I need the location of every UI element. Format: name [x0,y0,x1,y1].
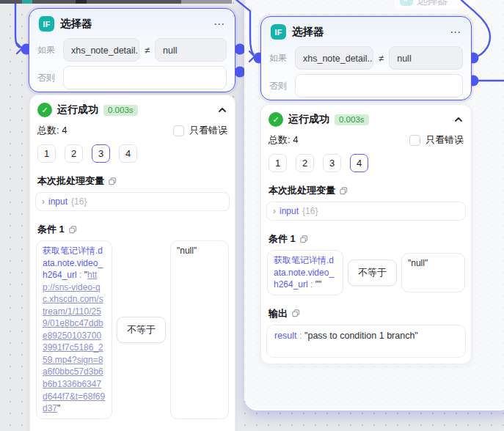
run-status: 运行成功 [57,103,98,117]
errors-only-label: 只看错误 [426,133,464,147]
edge-arrowhead-icon [17,43,22,54]
condition-title: 条件 1 [37,223,227,236]
result-value: "pass to condition 1 branch" [304,331,418,341]
errors-only-label: 只看错误 [189,124,227,137]
condition-title-text: 条件 1 [37,223,65,236]
node-title: 选择器 [292,25,444,39]
condition-operand-field[interactable]: xhs_note_detail... [63,38,139,62]
errors-only-checkbox[interactable] [173,125,184,136]
page-button-2[interactable]: 2 [65,144,83,163]
top-window-strip [0,0,232,4]
duration-badge: 0.003s [335,114,369,125]
output-title: 输出 [269,307,464,320]
copy-icon[interactable] [69,226,77,234]
not-equal-operator-button: 不等于 [348,259,397,286]
var-name: input [280,206,299,216]
var-name: input [48,196,67,207]
if-condition-row: 如果 xhs_note_detail... ≠ null [29,36,235,64]
var-count: {16} [71,196,87,207]
condition-separator: : [308,279,315,290]
errors-only-checkbox[interactable] [409,135,420,146]
else-row: 否则 [29,64,235,92]
result-key: result [274,331,297,341]
edge-into-left-node[interactable] [15,0,20,48]
page-button-2[interactable]: 2 [296,154,314,172]
run-header: ✓ 运行成功 0.003s [37,103,227,117]
strip-light-segment [181,0,232,4]
condition-url-link[interactable]: http://sns-video-qc.xhscdn.com/stream/1/… [43,270,105,413]
if-label: 如果 [37,44,58,56]
success-check-icon: ✓ [269,112,283,127]
quote: " [57,403,60,413]
copy-icon[interactable] [292,309,300,317]
not-equal-icon: ≠ [379,53,384,64]
condition-left-box: 获取笔记详情.data.note.video_h264_url : "" [267,250,343,295]
run-meta-row: 总数: 4 只看错误 [269,133,464,147]
else-label: 否则 [269,80,290,92]
condition-value: "" [315,279,322,290]
condition-left-box: 获取笔记详情.data.note.video_h264_url : "http:… [36,240,112,419]
expand-chevron-icon[interactable]: › [273,206,276,216]
page-button-3-active[interactable]: 3 [92,144,110,163]
not-equal-icon: ≠ [145,45,150,56]
expand-chevron-icon[interactable]: › [42,196,45,207]
else-value-field[interactable] [63,66,227,89]
output-title-text: 输出 [269,307,288,320]
else-label: 否则 [37,72,58,84]
if-label: 如果 [269,52,290,65]
if-node-left[interactable]: IF 选择器 ⋯ 如果 xhs_note_detail... ≠ null 否则 [29,8,235,92]
page-button-4[interactable]: 4 [119,144,137,163]
condition-operand-field[interactable]: xhs_note_detail... [295,46,373,70]
node-header: IF 选择器 ⋯ [261,17,471,44]
not-equal-operator-button: 不等于 [117,317,166,343]
condition-value-field[interactable]: null [389,46,463,70]
page-button-3[interactable]: 3 [323,154,341,172]
output-result-box: result : "pass to condition 1 branch" [266,325,466,358]
run-header: ✓ 运行成功 0.003s [269,112,464,127]
collapse-chevron-icon[interactable] [453,114,464,125]
node-header: IF 选择器 ⋯ [29,9,235,36]
else-value-field[interactable] [295,74,463,97]
collapse-chevron-icon[interactable] [217,105,227,115]
iteration-pager: 1 2 3 4 [37,144,227,163]
copy-icon[interactable] [300,235,308,243]
batch-var-box[interactable]: › input {16} [35,192,230,211]
condition-row: 获取笔记详情.data.note.video_h264_url : "" 不等于… [267,250,465,295]
strip-teal-segment [22,0,32,4]
iteration-pager: 1 2 3 4 [269,154,464,172]
batch-vars-title: 本次批处理变量 [37,174,227,188]
strip-dark-segment [76,0,87,4]
batch-vars-title: 本次批处理变量 [269,184,464,197]
node-title: 选择器 [60,17,208,31]
else-row: 否则 [261,72,471,100]
page-button-1[interactable]: 1 [37,144,56,163]
run-result-card-left: ✓ 运行成功 0.003s 总数: 4 只看错误 1 2 3 4 本次批处理变量… [29,95,235,431]
page-button-4-active[interactable]: 4 [350,154,368,172]
if-node-right[interactable]: IF 选择器 ⋯ 如果 xhs_note_detail... ≠ null 否则 [260,16,472,100]
if-condition-row: 如果 xhs_note_detail... ≠ null [261,44,471,72]
batch-var-box[interactable]: › input {16} [266,202,466,221]
if-node-icon: IF [271,24,286,40]
run-result-card-right: ✓ 运行成功 0.003s 总数: 4 只看错误 1 2 3 4 本次批处理变量… [260,104,472,364]
total-count: 总数: 4 [37,124,67,137]
result-separator: : [297,331,304,341]
condition-variable: 获取笔记详情.data.note.video_h264_url [274,255,334,290]
more-menu-icon[interactable]: ⋯ [450,29,461,36]
run-meta-row: 总数: 4 只看错误 [37,124,227,137]
batch-vars-title-text: 本次批处理变量 [37,174,104,188]
condition-value-field[interactable]: null [155,38,227,62]
more-menu-icon[interactable]: ⋯ [213,21,225,28]
total-count: 总数: 4 [269,133,298,147]
copy-icon[interactable] [340,187,348,195]
copy-icon[interactable] [109,177,117,185]
if-node-icon: IF [39,16,54,32]
condition-title: 条件 1 [269,232,464,246]
page-button-1[interactable]: 1 [269,154,287,172]
run-status: 运行成功 [288,113,329,126]
batch-vars-title-text: 本次批处理变量 [269,184,335,197]
condition-right-box: "null" [401,253,465,292]
duration-badge: 0.003s [103,105,138,116]
condition-separator: : [77,270,84,280]
condition-title-text: 条件 1 [269,232,296,246]
condition-row: 获取笔记详情.data.note.video_h264_url : "http:… [36,240,229,419]
